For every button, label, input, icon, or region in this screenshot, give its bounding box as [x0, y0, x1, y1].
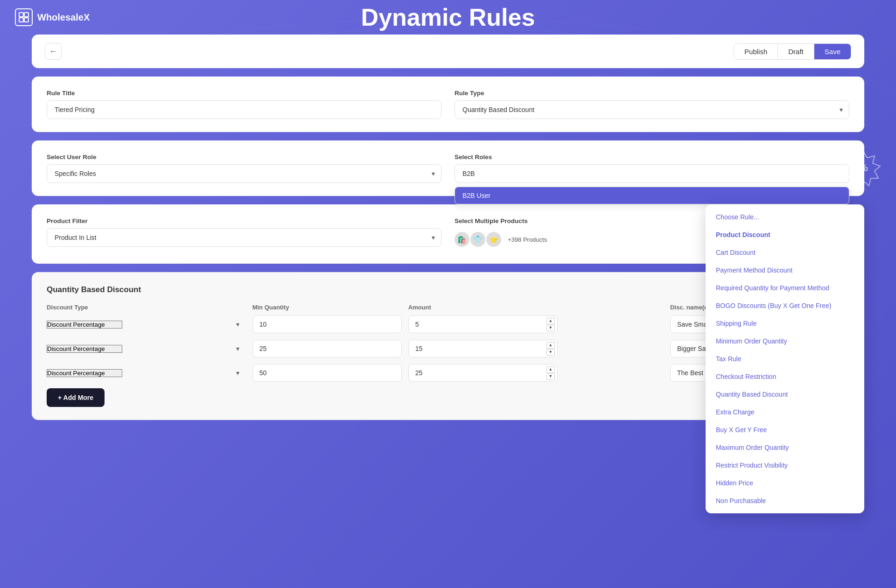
dropdown-item-tax-rule[interactable]: Tax Rule: [706, 350, 864, 368]
rule-title-label: Rule Title: [47, 90, 441, 97]
amount-input-3[interactable]: [408, 364, 558, 382]
amount-input-1[interactable]: [408, 315, 558, 333]
chevron-down-icon: ▾: [236, 321, 239, 328]
rule-title-input[interactable]: [47, 100, 441, 119]
product-count: +398 Products: [508, 236, 547, 243]
top-bar: ← Publish Draft Save: [32, 35, 864, 68]
product-filter-group: Product Filter Product In List All Produ…: [47, 217, 441, 247]
stepper-up-3[interactable]: ▲: [546, 366, 555, 373]
stepper-2: ▲ ▼: [546, 342, 555, 356]
dropdown-item-buy-x-get-y-free[interactable]: Buy X Get Y Free: [706, 421, 864, 439]
rule-type-label: Rule Type: [455, 90, 849, 97]
discount-type-select-wrapper-3: Discount Percentage Fixed Discount ▾: [47, 369, 246, 377]
stepper-down-3[interactable]: ▼: [546, 373, 555, 380]
back-button[interactable]: ←: [45, 43, 62, 60]
dropdown-item-quantity-based-discount[interactable]: Quantity Based Discount: [706, 385, 864, 403]
header-empty: [564, 304, 664, 311]
save-button[interactable]: Save: [814, 44, 851, 59]
dropdown-item-product-discount[interactable]: Product Discount: [706, 226, 864, 244]
dropdown-item-cart-discount[interactable]: Cart Discount: [706, 244, 864, 261]
user-role-select[interactable]: Specific Roles All Roles: [47, 164, 441, 183]
svg-rect-7: [24, 13, 28, 17]
roles-dropdown-area: B2B User: [455, 164, 849, 183]
select-user-role-group: Select User Role Specific Roles All Role…: [47, 154, 441, 183]
roles-popup: B2B User: [455, 187, 849, 204]
svg-rect-8: [19, 18, 23, 22]
user-role-card: Select User Role Specific Roles All Role…: [32, 140, 864, 196]
discount-type-select-2[interactable]: Discount Percentage Fixed Discount: [47, 345, 122, 353]
percent-badge-decoration: %: [845, 149, 882, 187]
add-more-button[interactable]: + Add More: [47, 388, 105, 407]
stepper-down-2[interactable]: ▼: [546, 349, 555, 356]
publish-button[interactable]: Publish: [734, 44, 777, 59]
svg-rect-9: [24, 18, 28, 22]
dropdown-item-payment-method-discount[interactable]: Payment Method Discount: [706, 261, 864, 279]
chevron-down-icon: ▾: [236, 369, 239, 377]
svg-rect-6: [19, 13, 23, 17]
rule-type-group: Rule Type Choose Rule...Product Discount…: [455, 90, 849, 119]
header: WholesaleX Dynamic Rules: [0, 0, 896, 35]
min-quantity-input-1[interactable]: [252, 315, 402, 333]
dropdown-item-restrict-product-visibility[interactable]: Restrict Product Visibility: [706, 456, 864, 474]
dropdown-item-required-quantity-for-payment-method[interactable]: Required Quantity for Payment Method: [706, 279, 864, 297]
stepper-3: ▲ ▼: [546, 366, 555, 380]
product-filter-select-wrapper: Product In List All Products Product Cat…: [47, 228, 441, 247]
chevron-down-icon: ▾: [236, 345, 239, 352]
rule-type-select-wrapper: Choose Rule...Product DiscountCart Disco…: [455, 100, 849, 119]
amount-wrap-1: ▲ ▼: [408, 315, 558, 333]
logo-icon: [15, 8, 33, 26]
discount-type-select-wrapper-2: Discount Percentage Fixed Discount ▾: [47, 344, 246, 353]
content-wrapper: Product Filter Product In List All Produ…: [32, 204, 864, 420]
roles-input[interactable]: [455, 164, 849, 183]
top-actions: Publish Draft Save: [734, 43, 851, 60]
logo: WholesaleX: [15, 8, 90, 26]
main-content: ← Publish Draft Save Rule Title Rule Typ…: [0, 35, 896, 447]
dropdown-item-minimum-order-quantity[interactable]: Minimum Order Quantity: [706, 332, 864, 350]
role-item-b2b-user[interactable]: B2B User: [455, 187, 849, 204]
discount-type-select-3[interactable]: Discount Percentage Fixed Discount: [47, 369, 122, 377]
rule-title-group: Rule Title: [47, 90, 441, 119]
dropdown-item-non-purchasable[interactable]: Non Purchasable: [706, 492, 864, 510]
select-roles-label: Select Roles: [455, 154, 849, 161]
dropdown-item-extra-charge[interactable]: Extra Charge: [706, 403, 864, 421]
dropdown-item-checkout-restriction[interactable]: Checkout Restriction: [706, 368, 864, 385]
draft-button[interactable]: Draft: [778, 44, 814, 59]
user-role-select-wrapper: Specific Roles All Roles ▾: [47, 164, 441, 183]
page-title: Dynamic Rules: [361, 3, 535, 31]
product-avatar-3: ⭐: [486, 232, 501, 247]
dropdown-item-choose-rule...[interactable]: Choose Rule...: [706, 208, 864, 226]
product-avatar-1: 🛍️: [455, 232, 469, 247]
min-quantity-input-3[interactable]: [252, 364, 402, 382]
product-avatar-2: 👕: [470, 232, 485, 247]
amount-wrap-3: ▲ ▼: [408, 364, 558, 382]
stepper-up-1[interactable]: ▲: [546, 318, 555, 324]
amount-input-2[interactable]: [408, 340, 558, 357]
discount-type-select-wrapper-1: Discount Percentage Fixed Discount ▾: [47, 320, 246, 329]
rule-type-dropdown: Choose Rule...Product DiscountCart Disco…: [706, 204, 864, 513]
dropdown-item-hidden-price[interactable]: Hidden Price: [706, 474, 864, 492]
select-user-role-label: Select User Role: [47, 154, 441, 161]
rule-type-select[interactable]: Choose Rule...Product DiscountCart Disco…: [455, 100, 849, 119]
product-filter-label: Product Filter: [47, 217, 441, 224]
dropdown-item-bogo-discounts-(buy-x-get-one-free)[interactable]: BOGO Discounts (Buy X Get One Free): [706, 297, 864, 315]
dropdown-item-shipping-rule[interactable]: Shipping Rule: [706, 315, 864, 332]
select-roles-group: Select Roles B2B User: [455, 154, 849, 183]
discount-type-select-1[interactable]: Discount Percentage Fixed Discount: [47, 321, 122, 329]
stepper-down-1[interactable]: ▼: [546, 325, 555, 331]
header-discount-type: Discount Type: [47, 304, 246, 311]
amount-wrap-2: ▲ ▼: [408, 340, 558, 357]
stepper-1: ▲ ▼: [546, 318, 555, 331]
product-filter-select[interactable]: Product In List All Products Product Cat…: [47, 228, 441, 247]
stepper-up-2[interactable]: ▲: [546, 342, 555, 349]
svg-text:%: %: [859, 162, 868, 174]
dropdown-item-maximum-order-quantity[interactable]: Maximum Order Quantity: [706, 439, 864, 456]
header-amount: Amount: [408, 304, 558, 311]
header-min-quantity: Min Quantity: [252, 304, 402, 311]
min-quantity-input-2[interactable]: [252, 340, 402, 357]
logo-text: WholesaleX: [37, 12, 90, 23]
rule-title-card: Rule Title Rule Type Choose Rule...Produ…: [32, 77, 864, 132]
